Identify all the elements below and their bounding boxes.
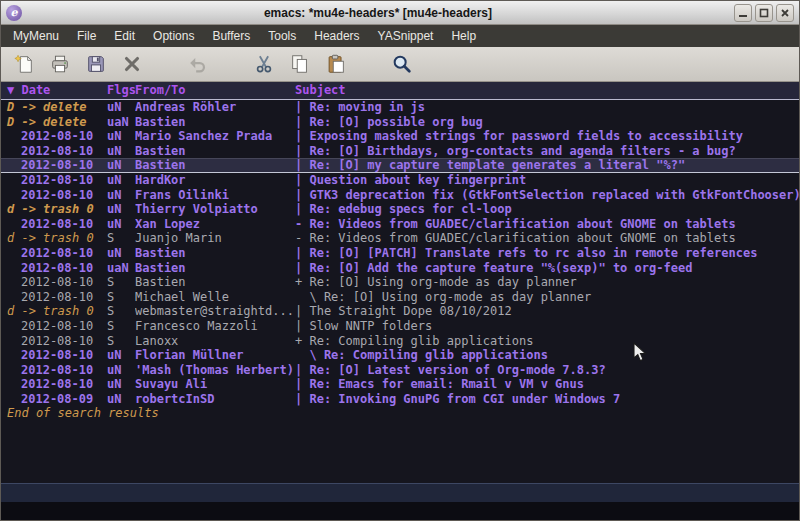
cell-date: 2012-08-10 — [1, 158, 107, 173]
cell-flags: uN — [107, 348, 135, 363]
cut-button[interactable] — [249, 50, 279, 78]
cell-subject: + Re: [O] Using org-mode as day planner — [295, 275, 799, 290]
cell-from: Xan Lopez — [135, 217, 295, 232]
table-row[interactable]: D -> deleteuaNBastien| Re: [O] possible … — [1, 115, 799, 130]
emacs-window: e emacs: *mu4e-headers* [mu4e-headers] M… — [0, 0, 800, 521]
menu-buffers[interactable]: Buffers — [203, 26, 259, 46]
cell-from: Bastien — [135, 261, 295, 276]
column-flags[interactable]: Flgs — [107, 82, 135, 99]
cell-subject: \ Re: [O] Using org-mode as day planner — [295, 290, 799, 305]
table-row[interactable]: d -> trash 0Swebmaster@straightd...| The… — [1, 304, 799, 319]
cell-date: 2012-08-10 — [1, 129, 107, 144]
cell-date: 2012-08-10 — [1, 334, 107, 349]
table-row[interactable]: 2012-08-10uNMario Sanchez Prada| Exposin… — [1, 129, 799, 144]
emacs-app-icon: e — [6, 5, 22, 21]
table-row[interactable]: 2012-08-10uNHardKor| Question about key … — [1, 173, 799, 188]
cell-subject: | Re: [O] Latest version of Org-mode 7.8… — [295, 363, 799, 378]
table-row[interactable]: 2012-08-10uNBastien| Re: [O] [PATCH] Tra… — [1, 246, 799, 261]
cell-subject: | Re: Invoking GnuPG from CGI under Wind… — [295, 392, 799, 407]
new-file-button[interactable] — [9, 50, 39, 78]
minimize-button[interactable] — [734, 4, 752, 22]
table-row[interactable]: 2012-08-10uN'Mash (Thomas Herbert)| Re: … — [1, 363, 799, 378]
cell-date: d -> trash 0 — [1, 304, 107, 319]
close-button[interactable] — [776, 4, 794, 22]
table-row[interactable]: 2012-08-10SMichael Welle \ Re: [O] Using… — [1, 290, 799, 305]
cell-date: 2012-08-09 — [1, 392, 107, 407]
menu-yasnippet[interactable]: YASnippet — [369, 26, 443, 46]
column-subject[interactable]: Subject — [295, 82, 799, 99]
cell-subject: | Re: [O] possible org bug — [295, 115, 799, 130]
save-icon — [85, 53, 107, 75]
menu-file[interactable]: File — [68, 26, 105, 46]
new-file-icon — [13, 53, 35, 75]
table-row[interactable]: 2012-08-10uNSuvayu Ali| Re: Emacs for em… — [1, 377, 799, 392]
table-row[interactable]: d -> trash 0SJuanjo Marin- Re: Videos fr… — [1, 231, 799, 246]
cell-from: Florian Müllner — [135, 348, 295, 363]
menu-mymenu[interactable]: MyMenu — [4, 26, 68, 46]
cell-subject: | Re: moving in js — [295, 100, 799, 115]
cell-from: Suvayu Ali — [135, 377, 295, 392]
cell-subject: | Slow NNTP folders — [295, 319, 799, 334]
cell-subject: + Re: Compiling glib applications — [295, 334, 799, 349]
cell-flags: uN — [107, 202, 135, 217]
undo-icon — [187, 53, 209, 75]
cell-date: d -> trash 0 — [1, 202, 107, 217]
print-icon — [49, 53, 71, 75]
minibuffer[interactable] — [1, 502, 799, 520]
cell-flags: S — [107, 334, 135, 349]
cell-flags: uN — [107, 173, 135, 188]
table-row[interactable]: 2012-08-10uNBastien| Re: [O] my capture … — [1, 158, 799, 173]
cell-flags: uN — [107, 129, 135, 144]
cell-date: 2012-08-10 — [1, 363, 107, 378]
cell-date: 2012-08-10 — [1, 261, 107, 276]
titlebar[interactable]: e emacs: *mu4e-headers* [mu4e-headers] — [1, 1, 799, 25]
cell-date: 2012-08-10 — [1, 377, 107, 392]
print-button[interactable] — [45, 50, 75, 78]
column-from[interactable]: From/To — [135, 82, 295, 99]
header-line: ▼ Date Flgs From/To Subject — [1, 82, 799, 100]
cell-subject: - Re: Videos from GUADEC/clarification a… — [295, 217, 799, 232]
table-row[interactable]: D -> deleteuNAndreas Röhler| Re: moving … — [1, 100, 799, 115]
menu-tools[interactable]: Tools — [259, 26, 305, 46]
cell-subject: | Re: [O] my capture template generates … — [295, 158, 799, 173]
paste-button[interactable] — [321, 50, 351, 78]
table-row[interactable]: 2012-08-10uNBastien| Re: [O] Birthdays, … — [1, 144, 799, 159]
copy-button[interactable] — [285, 50, 315, 78]
cell-flags: uaN — [107, 261, 135, 276]
menu-edit[interactable]: Edit — [105, 26, 144, 46]
table-row[interactable]: 2012-08-09uNrobertcInSD| Re: Invoking Gn… — [1, 392, 799, 407]
menu-options[interactable]: Options — [144, 26, 203, 46]
table-row[interactable]: 2012-08-10uNFrans Oilinki| GTK3 deprecat… — [1, 188, 799, 203]
menu-headers[interactable]: Headers — [305, 26, 368, 46]
table-row[interactable]: 2012-08-10uNXan Lopez- Re: Videos from G… — [1, 217, 799, 232]
headers-buffer[interactable]: ▼ Date Flgs From/To Subject D -> deleteu… — [1, 82, 799, 483]
cell-flags: S — [107, 290, 135, 305]
cell-subject: | The Straight Dope 08/10/2012 — [295, 304, 799, 319]
cell-from: Bastien — [135, 144, 295, 159]
cell-from: Juanjo Marin — [135, 231, 295, 246]
cell-from: 'Mash (Thomas Herbert) — [135, 363, 295, 378]
table-row[interactable]: 2012-08-10SBastien+ Re: [O] Using org-mo… — [1, 275, 799, 290]
cell-from: Lanoxx — [135, 334, 295, 349]
column-date[interactable]: ▼ Date — [1, 82, 107, 99]
mouse-cursor — [633, 342, 649, 364]
table-row[interactable]: 2012-08-10uaNBastien| Re: [O] Add the ca… — [1, 261, 799, 276]
cell-from: Bastien — [135, 246, 295, 261]
table-row[interactable]: 2012-08-10SFrancesco Mazzoli| Slow NNTP … — [1, 319, 799, 334]
end-of-search-results: End of search results — [1, 406, 799, 421]
paste-clipboard-icon — [325, 53, 347, 75]
save-button[interactable] — [81, 50, 111, 78]
headers-list: D -> deleteuNAndreas Röhler| Re: moving … — [1, 100, 799, 406]
cell-subject: | Re: [O] [PATCH] Translate refs to rc a… — [295, 246, 799, 261]
menu-help[interactable]: Help — [442, 26, 485, 46]
minimize-icon — [738, 8, 748, 18]
maximize-button[interactable] — [755, 4, 773, 22]
table-row[interactable]: 2012-08-10uNFlorian Müllner \ Re: Compil… — [1, 348, 799, 363]
close-x-icon — [121, 53, 143, 75]
table-row[interactable]: 2012-08-10SLanoxx+ Re: Compiling glib ap… — [1, 334, 799, 349]
table-row[interactable]: d -> trash 0uNThierry Volpiatto| Re: ede… — [1, 202, 799, 217]
search-button[interactable] — [387, 50, 417, 78]
undo-button — [183, 50, 213, 78]
close-buffer-button[interactable] — [117, 50, 147, 78]
cell-subject: | Re: Emacs for email: Rmail v VM v Gnus — [295, 377, 799, 392]
